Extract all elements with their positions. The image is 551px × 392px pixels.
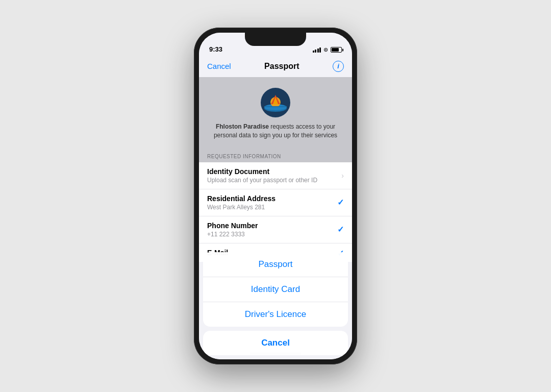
action-item-label: Driver's Licence [245,309,306,319]
list-item-content: Phone Number +11 222 3333 [207,222,337,238]
list-item-subtitle: West Park Alleys 281 [207,204,337,211]
action-cancel-sheet: Cancel [203,331,348,355]
info-button[interactable]: i [333,61,344,72]
nav-title: Passport [264,62,299,71]
action-cancel-label: Cancel [261,338,290,348]
svg-rect-6 [264,106,287,107]
phone-device: 9:33 ⊛ Cancel Passport i [194,28,357,364]
list-item[interactable]: Phone Number +11 222 3333 ✓ [199,216,352,243]
notch [245,33,306,46]
app-icon [261,88,290,117]
list-item-subtitle: Upload scan of your passport or other ID [207,177,341,184]
chevron-icon: › [341,172,344,180]
section-header: REQUESTED INFORMATION [199,148,352,162]
action-sheet: Passport Identity Card Driver's Licence [203,252,348,327]
action-item-identity-card[interactable]: Identity Card [203,277,348,302]
phone-screen: 9:33 ⊛ Cancel Passport i [199,33,352,359]
wifi-icon: ⊛ [323,46,328,53]
action-item-label: Identity Card [251,284,300,294]
action-item-label: Passport [258,259,292,269]
app-section: Fhloston Paradise requests access to you… [199,78,352,148]
list-item[interactable]: Residential Address West Park Alleys 281… [199,189,352,216]
action-cancel-button[interactable]: Cancel [203,331,348,355]
list-item-title: Residential Address [207,194,337,203]
nav-bar: Cancel Passport i [199,55,352,78]
list-item-content: Residential Address West Park Alleys 281 [207,194,337,211]
cancel-nav-button[interactable]: Cancel [207,62,231,70]
list-item[interactable]: Identity Document Upload scan of your pa… [199,162,352,189]
battery-icon [331,47,342,53]
list-item-title: Identity Document [207,167,341,176]
check-icon: ✓ [337,198,344,207]
list-section: Identity Document Upload scan of your pa… [199,162,352,262]
check-icon: ✓ [337,225,344,234]
app-description: Fhloston Paradise requests access to you… [207,122,344,140]
list-item-title: Phone Number [207,222,337,230]
status-icons: ⊛ [313,46,342,53]
signal-icon [313,47,321,53]
section-header-text: REQUESTED INFORMATION [207,154,281,159]
status-time: 9:33 [209,45,222,53]
action-sheet-overlay: Passport Identity Card Driver's Licence … [199,248,352,359]
action-item-drivers-licence[interactable]: Driver's Licence [203,302,348,327]
list-item-subtitle: +11 222 3333 [207,231,337,238]
list-item-content: Identity Document Upload scan of your pa… [207,167,341,184]
action-item-passport[interactable]: Passport [203,252,348,277]
